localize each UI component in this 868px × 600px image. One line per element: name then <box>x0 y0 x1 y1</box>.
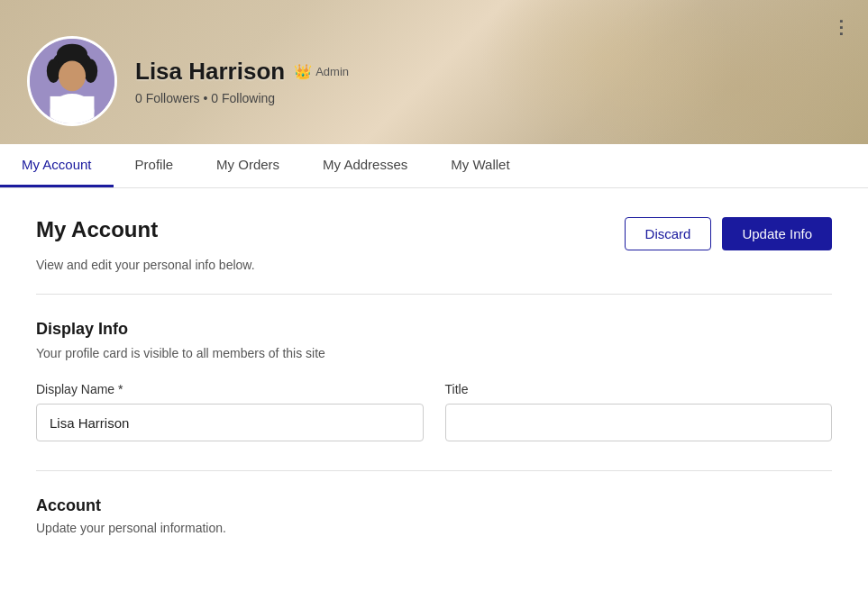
avatar <box>27 36 117 126</box>
stats-separator: • <box>203 91 207 105</box>
tab-my-addresses[interactable]: My Addresses <box>301 144 429 187</box>
hero-banner: Lisa Harrison 👑 Admin 0 Followers • 0 Fo… <box>0 0 868 144</box>
divider-1 <box>36 294 832 295</box>
tab-profile[interactable]: Profile <box>114 144 196 187</box>
hero-stats: 0 Followers • 0 Following <box>135 91 349 105</box>
tab-my-wallet[interactable]: My Wallet <box>429 144 531 187</box>
title-group: Title <box>445 382 833 441</box>
svg-point-5 <box>59 60 86 91</box>
display-name-label: Display Name * <box>36 382 424 396</box>
display-name-input[interactable] <box>36 404 424 441</box>
crown-icon: 👑 <box>294 63 312 80</box>
admin-label: Admin <box>315 65 349 78</box>
tab-my-orders[interactable]: My Orders <box>195 144 301 187</box>
discard-button[interactable]: Discard <box>625 217 712 250</box>
tab-my-account[interactable]: My Account <box>0 144 114 187</box>
main-content: My Account Discard Update Info View and … <box>0 188 868 564</box>
update-info-button[interactable]: Update Info <box>722 217 832 250</box>
action-buttons: Discard Update Info <box>625 217 832 250</box>
hero-content: Lisa Harrison 👑 Admin 0 Followers • 0 Fo… <box>27 36 349 126</box>
hero-name-row: Lisa Harrison 👑 Admin <box>135 58 349 86</box>
page-title: My Account <box>36 217 158 242</box>
following-count: 0 Following <box>211 91 275 105</box>
divider-2 <box>36 470 832 471</box>
title-input[interactable] <box>445 404 833 441</box>
svg-point-2 <box>47 59 60 83</box>
svg-point-3 <box>84 59 97 83</box>
svg-rect-7 <box>50 96 95 123</box>
display-name-group: Display Name * <box>36 382 424 441</box>
display-info-form-row: Display Name * Title <box>36 382 832 441</box>
display-info-title: Display Info <box>36 320 832 339</box>
tabs-bar: My Account Profile My Orders My Addresse… <box>0 144 868 188</box>
admin-badge: 👑 Admin <box>294 63 349 80</box>
account-section-subtitle: Update your personal information. <box>36 521 832 535</box>
title-label: Title <box>445 382 833 396</box>
page-subtitle: View and edit your personal info below. <box>36 258 832 272</box>
account-section: Account Update your personal information… <box>36 496 832 535</box>
account-section-title: Account <box>36 496 832 515</box>
hero-username: Lisa Harrison <box>135 58 285 86</box>
hero-info: Lisa Harrison 👑 Admin 0 Followers • 0 Fo… <box>135 58 349 105</box>
page-header: My Account Discard Update Info <box>36 217 832 250</box>
display-info-subtitle: Your profile card is visible to all memb… <box>36 346 832 360</box>
more-options-button[interactable]: ⋮ <box>827 13 855 41</box>
followers-count: 0 Followers <box>135 91 200 105</box>
